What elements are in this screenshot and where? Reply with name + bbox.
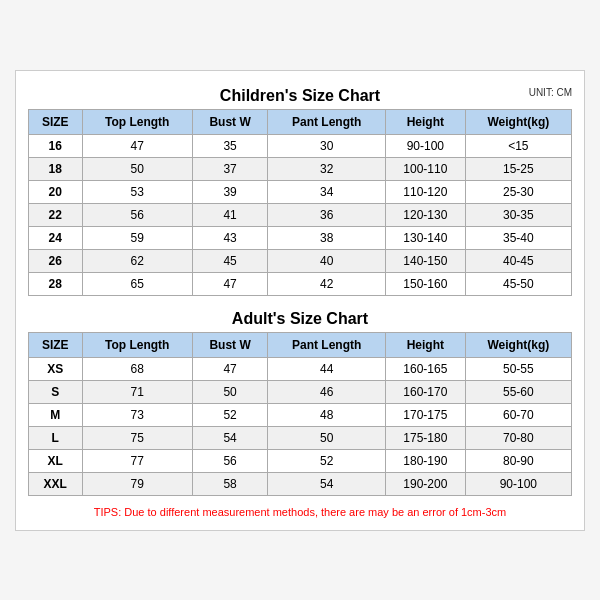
table-cell: 42 (268, 272, 386, 295)
table-cell: 100-110 (386, 157, 466, 180)
table-cell: 28 (29, 272, 83, 295)
table-row: 1647353090-100<15 (29, 134, 572, 157)
table-cell: 190-200 (386, 472, 466, 495)
table-cell: 47 (192, 357, 268, 380)
table-row: M735248170-17560-70 (29, 403, 572, 426)
table-cell: 90-100 (465, 472, 571, 495)
table-cell: 77 (82, 449, 192, 472)
table-row: 22564136120-13030-35 (29, 203, 572, 226)
adults-size-table: SIZE Top Length Bust W Pant Length Heigh… (28, 332, 572, 496)
table-cell: 22 (29, 203, 83, 226)
table-cell: 52 (192, 403, 268, 426)
table-cell: 55-60 (465, 380, 571, 403)
table-cell: 35-40 (465, 226, 571, 249)
table-cell: 140-150 (386, 249, 466, 272)
table-row: S715046160-17055-60 (29, 380, 572, 403)
table-row: XXL795854190-20090-100 (29, 472, 572, 495)
table-cell: 160-170 (386, 380, 466, 403)
table-cell: 79 (82, 472, 192, 495)
col-header-size: SIZE (29, 109, 83, 134)
table-cell: 37 (192, 157, 268, 180)
table-cell: 18 (29, 157, 83, 180)
table-cell: 26 (29, 249, 83, 272)
unit-label: UNIT: CM (529, 87, 572, 98)
table-cell: 41 (192, 203, 268, 226)
table-cell: M (29, 403, 83, 426)
table-cell: 30-35 (465, 203, 571, 226)
table-cell: 38 (268, 226, 386, 249)
table-cell: 44 (268, 357, 386, 380)
table-cell: 45-50 (465, 272, 571, 295)
table-cell: 150-160 (386, 272, 466, 295)
adults-title-text: Adult's Size Chart (232, 310, 368, 327)
children-size-table: SIZE Top Length Bust W Pant Length Heigh… (28, 109, 572, 296)
table-cell: 56 (192, 449, 268, 472)
table-cell: 47 (82, 134, 192, 157)
table-cell: 34 (268, 180, 386, 203)
table-row: 28654742150-16045-50 (29, 272, 572, 295)
table-row: XS684744160-16550-55 (29, 357, 572, 380)
table-cell: 54 (268, 472, 386, 495)
table-cell: 80-90 (465, 449, 571, 472)
table-cell: 30 (268, 134, 386, 157)
adult-col-header-size: SIZE (29, 332, 83, 357)
adult-col-header-bust-w: Bust W (192, 332, 268, 357)
table-cell: XL (29, 449, 83, 472)
table-cell: S (29, 380, 83, 403)
table-cell: L (29, 426, 83, 449)
table-cell: XXL (29, 472, 83, 495)
children-header-row: SIZE Top Length Bust W Pant Length Heigh… (29, 109, 572, 134)
table-row: L755450175-18070-80 (29, 426, 572, 449)
table-cell: 56 (82, 203, 192, 226)
chart-container: Children's Size Chart UNIT: CM SIZE Top … (15, 70, 585, 531)
table-cell: 65 (82, 272, 192, 295)
adult-col-header-weight: Weight(kg) (465, 332, 571, 357)
table-cell: 50 (268, 426, 386, 449)
table-cell: 59 (82, 226, 192, 249)
table-cell: 47 (192, 272, 268, 295)
adult-col-header-height: Height (386, 332, 466, 357)
table-cell: 50 (82, 157, 192, 180)
col-header-bust-w: Bust W (192, 109, 268, 134)
table-cell: 180-190 (386, 449, 466, 472)
table-cell: 110-120 (386, 180, 466, 203)
col-header-height: Height (386, 109, 466, 134)
adults-section-title: Adult's Size Chart (28, 304, 572, 332)
table-cell: 62 (82, 249, 192, 272)
adult-col-header-top-length: Top Length (82, 332, 192, 357)
table-cell: 75 (82, 426, 192, 449)
table-cell: 36 (268, 203, 386, 226)
children-title-text: Children's Size Chart (220, 87, 380, 104)
col-header-pant-length: Pant Length (268, 109, 386, 134)
adult-col-header-pant-length: Pant Length (268, 332, 386, 357)
table-cell: 43 (192, 226, 268, 249)
table-cell: 50-55 (465, 357, 571, 380)
table-cell: 50 (192, 380, 268, 403)
table-cell: 54 (192, 426, 268, 449)
table-row: 20533934110-12025-30 (29, 180, 572, 203)
table-cell: 40-45 (465, 249, 571, 272)
table-cell: 130-140 (386, 226, 466, 249)
table-cell: 15-25 (465, 157, 571, 180)
table-cell: 170-175 (386, 403, 466, 426)
tips-text: TIPS: Due to different measurement metho… (28, 504, 572, 520)
table-cell: 58 (192, 472, 268, 495)
table-cell: 39 (192, 180, 268, 203)
table-row: 26624540140-15040-45 (29, 249, 572, 272)
table-cell: 46 (268, 380, 386, 403)
table-cell: 24 (29, 226, 83, 249)
col-header-top-length: Top Length (82, 109, 192, 134)
table-cell: 70-80 (465, 426, 571, 449)
table-cell: 20 (29, 180, 83, 203)
table-cell: 52 (268, 449, 386, 472)
children-section-title: Children's Size Chart UNIT: CM (28, 81, 572, 109)
table-cell: 53 (82, 180, 192, 203)
table-cell: 120-130 (386, 203, 466, 226)
table-cell: 45 (192, 249, 268, 272)
table-cell: XS (29, 357, 83, 380)
table-cell: 60-70 (465, 403, 571, 426)
table-row: XL775652180-19080-90 (29, 449, 572, 472)
table-cell: 16 (29, 134, 83, 157)
table-cell: 32 (268, 157, 386, 180)
adults-header-row: SIZE Top Length Bust W Pant Length Heigh… (29, 332, 572, 357)
